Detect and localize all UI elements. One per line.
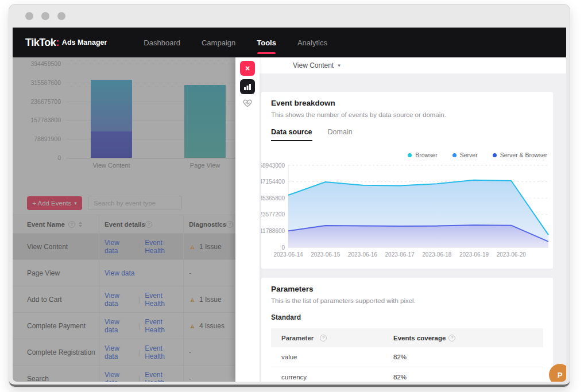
line-chart-x-tick: 2023-06-16 [348, 251, 378, 258]
legend-item: Server [452, 152, 478, 158]
chart-view-button[interactable] [240, 79, 255, 94]
nav-item-campaign[interactable]: Campaign [202, 38, 235, 47]
app-content: TikTok: Ads Manager DashboardCampaignToo… [13, 28, 566, 382]
window-control-dot[interactable] [25, 12, 33, 20]
event-breakdown-title: Event breakdown [271, 92, 543, 107]
event-detail-panel: × [235, 57, 566, 382]
parameters-table: Parameter?Events coverage?value82%curren… [271, 328, 543, 382]
legend-dot-icon [493, 153, 497, 157]
line-chart-x-tick: 2023-06-18 [422, 251, 452, 258]
parameters-title: Parameters [271, 278, 543, 293]
product-name: Ads Manager [62, 38, 107, 46]
line-chart-x-tick: 2023-06-19 [459, 251, 489, 258]
event-breakdown-description: This shows the number of events by data … [271, 111, 543, 118]
legend-label: Server & Browser [500, 152, 547, 158]
parameters-card: Parameters This is the list of parameter… [261, 278, 553, 382]
legend-item: Browser [408, 152, 438, 158]
panel-scroll-area: Event breakdown This shows the number of… [260, 73, 566, 382]
parameter-row[interactable]: value82% [271, 347, 543, 367]
event-health-button[interactable] [243, 99, 252, 110]
heart-health-icon [243, 99, 252, 107]
event-breakdown-card: Event breakdown This shows the number of… [261, 92, 553, 269]
coverage-value: 82% [393, 354, 407, 360]
param-column-parameter: Parameter? [271, 335, 393, 341]
app-body: 0788919001577838002366757003155676003944… [13, 57, 566, 382]
line-chart-y-tick: 0 [281, 244, 285, 251]
nav-item-tools[interactable]: Tools [257, 38, 276, 47]
window-control-dot[interactable] [57, 12, 65, 20]
legend-dot-icon [452, 153, 457, 157]
legend-label: Server [460, 152, 478, 158]
chevron-down-icon: ▾ [338, 63, 341, 68]
line-chart-y-tick: 11788600 [261, 228, 285, 234]
panel-icon-rail: × [235, 57, 260, 382]
parameters-description: This is the list of parameters supported… [271, 297, 543, 304]
parameter-row[interactable]: currency82% [271, 367, 543, 382]
line-chart-x-tick: 2023-06-17 [385, 251, 415, 258]
logo-colon: : [56, 37, 59, 48]
parameter-coverage: 82% [393, 354, 543, 360]
line-chart-y-tick: 58943000 [261, 162, 285, 169]
parameter-name: currency [271, 374, 393, 381]
parameter-coverage: 82% [393, 374, 543, 381]
nav-item-analytics[interactable]: Analytics [297, 38, 327, 47]
line-chart-x-tick: 2023-06-14 [273, 251, 303, 258]
tab-data-source[interactable]: Data source [271, 128, 312, 141]
coverage-value: 82% [393, 374, 407, 381]
close-panel-button[interactable]: × [240, 61, 255, 76]
panel-main: View Content ▾ Event breakdown This show… [260, 57, 566, 382]
avatar[interactable]: P [549, 364, 566, 382]
event-selector[interactable]: View Content ▾ [260, 57, 566, 73]
breakdown-tabs: Data sourceDomain [271, 128, 543, 141]
parameters-group-label: Standard [271, 313, 543, 321]
info-icon: ? [320, 335, 327, 341]
line-chart-y-tick: 23577200 [261, 211, 285, 218]
nav-items: DashboardCampaignToolsAnalytics [144, 38, 327, 47]
column-label: Parameter [281, 335, 314, 341]
line-chart-y-tick: 47154400 [261, 178, 285, 185]
dim-overlay [13, 57, 235, 382]
parameters-table-header: Parameter?Events coverage? [271, 328, 543, 347]
event-breakdown-line-chart: 0117886002357720035365800471544005894300… [261, 162, 553, 261]
line-chart-y-tick: 35365800 [261, 195, 285, 201]
line-chart-x-tick: 2023-06-20 [497, 251, 527, 258]
legend-label: Browser [415, 152, 438, 158]
column-label: Events coverage [393, 335, 446, 341]
legend-dot-icon [408, 153, 412, 157]
browser-window: TikTok: Ads Manager DashboardCampaignToo… [9, 5, 570, 387]
parameter-name: value [271, 354, 393, 360]
area-server-browser [288, 225, 548, 247]
window-chrome-bar [9, 5, 570, 28]
chart-legend: BrowserServerServer & Browser [408, 152, 547, 158]
window-control-dot[interactable] [41, 12, 49, 20]
tab-domain[interactable]: Domain [328, 128, 353, 141]
close-icon: × [245, 64, 250, 73]
tiktok-logo[interactable]: TikTok: [25, 37, 59, 49]
legend-item: Server & Browser [493, 152, 547, 158]
info-icon: ? [448, 335, 455, 341]
param-column-events-coverage: Events coverage? [393, 335, 543, 341]
top-nav-bar: TikTok: Ads Manager DashboardCampaignToo… [13, 28, 566, 57]
line-chart-svg: 0117886002357720035365800471544005894300… [261, 162, 553, 261]
line-chart-x-tick: 2023-06-15 [311, 251, 341, 258]
nav-item-dashboard[interactable]: Dashboard [144, 38, 180, 47]
bar-chart-icon [243, 83, 252, 91]
